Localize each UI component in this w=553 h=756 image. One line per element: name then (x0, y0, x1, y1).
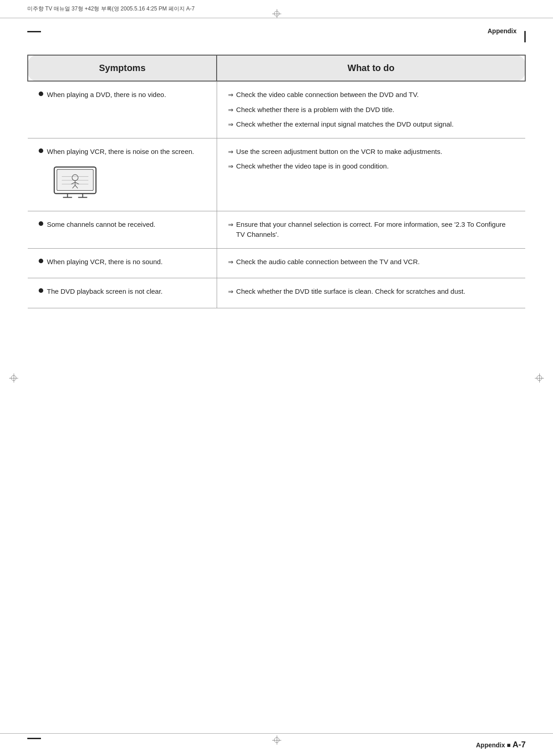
header-appendix-label: Appendix (487, 27, 517, 35)
action-text: Use the screen adjustment button on the … (236, 147, 442, 157)
action-text: Check whether the external input signal … (236, 119, 454, 130)
symptom-item: Some channels cannot be received. (39, 220, 206, 230)
symptom-cell: When playing VCR, there is noise on the … (28, 138, 217, 211)
action-item: ⇒Check whether there is a problem with t… (228, 105, 514, 115)
action-item: ⇒Check whether the video tape is in good… (228, 161, 514, 172)
action-item: ⇒Ensure that your channel selection is c… (228, 220, 514, 240)
bullet-icon (39, 92, 43, 96)
bullet-icon (39, 259, 43, 263)
bullet-icon (39, 288, 43, 293)
symptom-item: The DVD playback screen is not clear. (39, 286, 206, 297)
action-item: ⇒Check the audio cable connection betwee… (228, 257, 514, 267)
tv-illustration (52, 163, 206, 203)
symptom-cell: Some channels cannot be received. (28, 211, 217, 248)
action-text: Check the video cable connection between… (236, 90, 419, 100)
table-row: Some channels cannot be received.⇒Ensure… (28, 211, 525, 248)
top-bar-text: 미주향 TV 매뉴얼 37형 +42형 부록(영 2005.5.16 4:25 … (27, 5, 195, 13)
header-right-line (524, 31, 526, 42)
symptom-cell: When playing a DVD, there is no video. (28, 81, 217, 138)
arrow-icon: ⇒ (228, 147, 233, 157)
arrow-icon: ⇒ (228, 90, 233, 100)
left-crosshair-icon (9, 373, 18, 383)
col-whattodo-header: What to do (217, 55, 525, 81)
svg-rect-1 (57, 169, 93, 191)
action-cell: ⇒Check the audio cable connection betwee… (217, 248, 525, 278)
action-text: Check whether there is a problem with th… (236, 105, 395, 115)
table-row: When playing VCR, there is noise on the … (28, 138, 525, 211)
col-symptoms-header: Symptoms (28, 55, 217, 81)
header-left-line (27, 31, 41, 32)
symptom-item: When playing a DVD, there is no video. (39, 90, 206, 100)
action-item: ⇒Check whether the DVD title surface is … (228, 286, 514, 297)
bottom-crosshair-icon (272, 736, 281, 745)
footer-page-number: A-7 (512, 740, 526, 750)
symptom-text: The DVD playback screen is not clear. (47, 286, 162, 297)
top-crosshair-icon (272, 9, 281, 18)
footer-separator: ■ (507, 741, 511, 749)
bullet-icon (39, 221, 43, 226)
action-cell: ⇒Check the video cable connection betwee… (217, 81, 525, 138)
footer-bar: Appendix ■ A-7 (0, 733, 553, 756)
symptom-text: When playing a DVD, there is no video. (47, 90, 166, 100)
arrow-icon: ⇒ (228, 105, 233, 115)
table-header-row: Symptoms What to do (28, 55, 525, 81)
table-row: When playing a DVD, there is no video.⇒C… (28, 81, 525, 138)
action-cell: ⇒Use the screen adjustment button on the… (217, 138, 525, 211)
troubleshooting-table: Symptoms What to do When playing a DVD, … (27, 55, 526, 308)
action-cell: ⇒Check whether the DVD title surface is … (217, 278, 525, 308)
symptom-cell: The DVD playback screen is not clear. (28, 278, 217, 308)
footer-left-line (27, 738, 41, 739)
action-cell: ⇒Ensure that your channel selection is c… (217, 211, 525, 248)
symptom-item: When playing VCR, there is no sound. (39, 257, 206, 267)
footer-appendix: Appendix ■ A-7 (476, 740, 526, 750)
table-row: When playing VCR, there is no sound.⇒Che… (28, 248, 525, 278)
main-content: Symptoms What to do When playing a DVD, … (27, 46, 526, 710)
action-item: ⇒Use the screen adjustment button on the… (228, 147, 514, 157)
action-text: Check whether the DVD title surface is c… (236, 286, 466, 297)
bullet-icon (39, 148, 43, 153)
right-crosshair-icon (535, 373, 544, 383)
symptom-text: Some channels cannot be received. (47, 220, 155, 230)
arrow-icon: ⇒ (228, 287, 233, 296)
arrow-icon: ⇒ (228, 257, 233, 267)
arrow-icon: ⇒ (228, 162, 233, 171)
footer-appendix-label: Appendix (476, 741, 505, 749)
action-text: Check the audio cable connection between… (236, 257, 420, 267)
action-item: ⇒Check whether the external input signal… (228, 119, 514, 130)
symptom-text: When playing VCR, there is noise on the … (47, 147, 194, 157)
action-text: Check whether the video tape is in good … (236, 161, 389, 172)
action-text: Ensure that your channel selection is co… (236, 220, 514, 240)
arrow-icon: ⇒ (228, 220, 233, 230)
top-bar: 미주향 TV 매뉴얼 37형 +42형 부록(영 2005.5.16 4:25 … (0, 0, 553, 18)
symptom-text: When playing VCR, there is no sound. (47, 257, 162, 267)
action-item: ⇒Check the video cable connection betwee… (228, 90, 514, 100)
table-row: The DVD playback screen is not clear.⇒Ch… (28, 278, 525, 308)
symptom-cell: When playing VCR, there is no sound. (28, 248, 217, 278)
arrow-icon: ⇒ (228, 120, 233, 129)
symptom-item: When playing VCR, there is noise on the … (39, 147, 206, 157)
